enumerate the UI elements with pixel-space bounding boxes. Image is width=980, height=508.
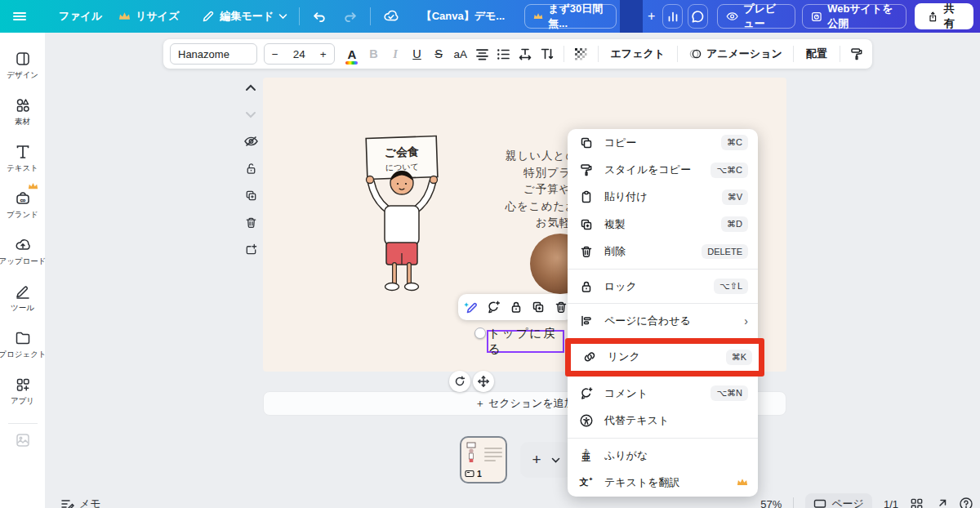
sidebar-item-design[interactable]: デザイン (2, 44, 43, 87)
trash-icon (579, 244, 594, 259)
list-button[interactable] (495, 43, 514, 65)
font-size-decrease[interactable]: − (265, 48, 286, 60)
publish-label: Webサイトを公開 (827, 2, 898, 31)
delete-section-button[interactable] (242, 213, 260, 231)
menu-item-comment[interactable]: コメント ⌥⌘N (568, 380, 758, 407)
sidebar-item-projects[interactable]: プロジェクト (2, 323, 43, 366)
rotate-icon (454, 376, 466, 387)
move-down-button[interactable] (242, 105, 260, 123)
page-view-label: ページ (831, 497, 864, 508)
sidebar-item-text[interactable]: テキスト (2, 137, 43, 180)
hide-section-button[interactable] (242, 132, 260, 150)
fullscreen-icon[interactable] (935, 498, 947, 508)
add-page-dropdown-button[interactable]: + (520, 442, 572, 478)
main-menu-button[interactable] (0, 0, 36, 33)
file-menu-button[interactable]: ファイル (51, 0, 110, 33)
page-view-button[interactable]: ページ (805, 493, 872, 508)
sidebar-item-apps[interactable]: アプリ (2, 370, 43, 412)
menu-item-copy-style[interactable]: スタイルをコピー ⌥⌘C (568, 156, 758, 183)
menu-item-alt-text[interactable]: 代替テキスト (568, 408, 758, 434)
crown-icon (737, 478, 748, 487)
text-color-icon: A (347, 48, 356, 60)
insights-button[interactable] (662, 4, 683, 29)
menu-item-link[interactable]: リンク ⌘K (571, 344, 759, 371)
help-icon[interactable] (959, 497, 973, 508)
strikethrough-button[interactable]: S (430, 43, 448, 65)
resize-button[interactable]: リサイズ (110, 0, 187, 33)
position-button[interactable]: 配置 (801, 47, 832, 61)
menu-item-paste[interactable]: 貼り付け ⌘V (568, 184, 758, 211)
selection-handle[interactable] (474, 328, 486, 339)
selection-toolbar (458, 294, 573, 320)
redo-button[interactable] (335, 0, 367, 33)
zoom-level[interactable]: 57% (760, 498, 782, 508)
grid-view-icon[interactable] (910, 497, 924, 508)
font-size-value[interactable]: 24 (286, 48, 313, 60)
bold-button[interactable]: B (364, 43, 383, 65)
magic-edit-button[interactable] (461, 297, 481, 317)
document-title[interactable]: 【Canva】デモ... (413, 0, 513, 33)
sidebar-item-uploads[interactable]: アップロード (2, 230, 43, 273)
transparency-button[interactable] (572, 43, 590, 65)
shortcut-badge: DELETE (702, 244, 748, 259)
preview-button[interactable]: プレビュー (717, 4, 795, 29)
trial-button-label: まず30日間無... (548, 2, 608, 31)
font-size-increase[interactable]: + (313, 48, 334, 60)
copy-style-button[interactable] (848, 43, 866, 65)
text-case-button[interactable]: aA (451, 43, 470, 65)
sidebar-label: デザイン (7, 70, 38, 81)
cloud-check-icon (382, 7, 400, 25)
move-up-button[interactable] (242, 78, 260, 96)
menu-item-duplicate[interactable]: 複製 ⌘D (568, 211, 758, 238)
selected-text-element[interactable]: トップに戻る (487, 330, 564, 353)
menu-label: リンク (608, 350, 640, 364)
svg-text:ご会食: ご会食 (384, 145, 420, 159)
plus-icon: + (648, 9, 655, 24)
font-family-select[interactable]: Hanazome (170, 43, 257, 65)
italic-button[interactable]: I (386, 43, 405, 65)
unlock-button[interactable] (242, 159, 260, 177)
paint-roller-icon (849, 47, 864, 61)
text-color-button[interactable]: A (343, 43, 362, 65)
invite-button[interactable]: + (643, 0, 660, 33)
comment-add-button[interactable] (483, 297, 503, 317)
menu-item-delete[interactable]: 削除 DELETE (568, 238, 758, 265)
duplicate-button[interactable] (528, 297, 548, 317)
menu-item-fit-to-page[interactable]: ページに合わせる › (568, 307, 758, 334)
effects-button[interactable]: エフェクト (606, 47, 670, 61)
menu-item-copy[interactable]: コピー ⌘C (568, 129, 758, 156)
menu-item-translate[interactable]: 文✦ テキストを翻訳 (568, 469, 758, 496)
page-thumbnail[interactable]: 1 (460, 436, 507, 483)
menu-item-lock[interactable]: ロック ⌥⇧L (568, 273, 758, 300)
avatar-block[interactable] (620, 0, 643, 33)
share-label: 共有 (944, 2, 960, 31)
publish-button[interactable]: Webサイトを公開 (802, 4, 906, 29)
share-button[interactable]: 共有 (915, 3, 973, 29)
lock-button[interactable] (506, 297, 526, 317)
sidebar-item-brand[interactable]: co ブランド (2, 184, 43, 226)
sync-status-button[interactable] (374, 0, 408, 33)
sidebar-item-elements[interactable]: 素材 (2, 91, 43, 133)
person-sign-illustration[interactable]: ご会食 について (358, 132, 446, 296)
menu-item-furigana[interactable]: あ亜 ふりがな (568, 442, 758, 469)
trial-button[interactable]: まず30日間無... (524, 4, 617, 29)
sidebar-item-tools[interactable]: ツール (2, 277, 43, 319)
vertical-text-button[interactable] (538, 43, 557, 65)
upload-cloud-icon (14, 236, 32, 254)
edit-mode-button[interactable]: 編集モード (194, 0, 296, 33)
comment-button[interactable] (688, 4, 708, 29)
undo-button[interactable] (303, 0, 335, 33)
text-align-button[interactable] (473, 43, 492, 65)
rotate-button[interactable] (449, 371, 470, 392)
letter-spacing-button[interactable] (516, 43, 535, 65)
underline-icon: U (412, 47, 421, 60)
animation-icon (688, 47, 703, 60)
menu-label: テキストを翻訳 (604, 475, 680, 490)
add-page-button[interactable] (242, 240, 260, 258)
duplicate-section-button[interactable] (242, 186, 260, 204)
notes-button[interactable]: メモ (60, 497, 101, 508)
animation-button[interactable]: アニメーション (685, 47, 786, 61)
move-button[interactable] (473, 371, 494, 392)
underline-button[interactable]: U (408, 43, 426, 65)
apps-icon (14, 376, 32, 394)
